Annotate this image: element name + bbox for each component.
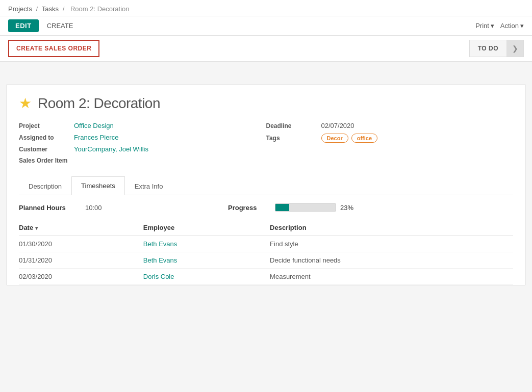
project-label: Project — [19, 122, 70, 129]
assigned-label: Assigned to — [19, 134, 70, 141]
customer-value[interactable]: YourCompany, Joel Willis — [74, 145, 148, 153]
print-button[interactable]: Print ▾ — [475, 22, 494, 30]
breadcrumb-sep-1: / — [36, 5, 40, 13]
progress-label: Progress — [228, 204, 269, 212]
tag-office[interactable]: office — [351, 134, 377, 143]
tab-description[interactable]: Description — [19, 176, 71, 195]
sales-order-label: Sales Order Item — [19, 157, 70, 164]
timesheet-table: Date ▾ Employee Description 01/30/2020Be… — [19, 220, 513, 285]
toolbar-right: Print ▾ Action ▾ — [475, 22, 524, 30]
date-col-label: Date — [19, 224, 33, 231]
field-sales-order: Sales Order Item — [19, 157, 266, 164]
progress-bar-fill — [275, 204, 289, 211]
table-header-row: Date ▾ Employee Description — [19, 220, 513, 236]
fields-right: Deadline 02/07/2020 Tags Decor office — [266, 122, 514, 168]
fields-left: Project Office Design Assigned to France… — [19, 122, 266, 168]
toolbar: EDIT CREATE Print ▾ Action ▾ — [0, 16, 532, 36]
todo-button[interactable]: TO DO — [469, 40, 506, 57]
hours-progress-row: Planned Hours 10:00 Progress 23% — [19, 203, 513, 212]
cell-description: Measurement — [270, 269, 513, 285]
field-assigned: Assigned to Frances Pierce — [19, 134, 266, 141]
cell-description: Find style — [270, 236, 513, 252]
content-spacer — [0, 62, 532, 78]
todo-label: TO DO — [478, 45, 498, 52]
breadcrumb-tasks[interactable]: Tasks — [42, 5, 59, 13]
cell-employee[interactable]: Doris Cole — [143, 269, 270, 285]
field-tags: Tags Decor office — [266, 134, 514, 143]
todo-arrow-icon: ❯ — [512, 44, 518, 53]
tag-decor[interactable]: Decor — [321, 134, 348, 143]
tags-label: Tags — [266, 135, 317, 142]
col-employee: Employee — [143, 220, 270, 236]
table-row: 01/30/2020Beth EvansFind style — [19, 236, 513, 252]
cell-description: Decide functional needs — [270, 252, 513, 269]
tags-container: Decor office — [321, 134, 378, 143]
progress-percentage: 23% — [340, 204, 353, 212]
timesheets-tab-content: Planned Hours 10:00 Progress 23% Date ▾ … — [19, 195, 513, 285]
title-row: ★ Room 2: Decoration — [19, 95, 513, 112]
content-card: ★ Room 2: Decoration Project Office Desi… — [6, 84, 526, 285]
create-sales-order-button[interactable]: CREATE SALES ORDER — [8, 40, 99, 57]
deadline-label: Deadline — [266, 122, 317, 129]
action-label: Action — [500, 22, 519, 30]
field-deadline: Deadline 02/07/2020 — [266, 122, 514, 129]
breadcrumb: Projects / Tasks / Room 2: Decoration — [0, 0, 532, 16]
print-chevron-icon: ▾ — [491, 22, 494, 30]
breadcrumb-projects[interactable]: Projects — [8, 5, 32, 13]
table-row: 02/03/2020Doris ColeMeasurement — [19, 269, 513, 285]
project-value[interactable]: Office Design — [74, 122, 114, 129]
sort-icon: ▾ — [35, 225, 38, 231]
cell-date: 02/03/2020 — [19, 269, 143, 285]
cell-employee[interactable]: Beth Evans — [143, 252, 270, 269]
star-icon[interactable]: ★ — [19, 95, 32, 112]
deadline-value: 02/07/2020 — [321, 122, 354, 129]
cell-date: 01/30/2020 — [19, 236, 143, 252]
assigned-value[interactable]: Frances Pierce — [74, 134, 118, 141]
tab-extra-info[interactable]: Extra Info — [125, 176, 173, 195]
planned-hours-label: Planned Hours — [19, 204, 85, 212]
tabs: Description Timesheets Extra Info — [19, 176, 513, 195]
action-button[interactable]: Action ▾ — [500, 22, 524, 30]
col-date[interactable]: Date ▾ — [19, 220, 143, 236]
planned-hours-value: 10:00 — [85, 204, 126, 212]
action-chevron-icon: ▾ — [520, 22, 524, 30]
col-description: Description — [270, 220, 513, 236]
field-project: Project Office Design — [19, 122, 266, 129]
todo-arrow-button[interactable]: ❯ — [506, 40, 524, 57]
breadcrumb-sep-2: / — [63, 5, 66, 13]
cell-employee[interactable]: Beth Evans — [143, 236, 270, 252]
todo-group: TO DO ❯ — [469, 40, 524, 57]
table-row: 01/31/2020Beth EvansDecide functional ne… — [19, 252, 513, 269]
progress-bar-container — [275, 203, 336, 212]
edit-button[interactable]: EDIT — [8, 19, 39, 32]
cell-date: 01/31/2020 — [19, 252, 143, 269]
table-body: 01/30/2020Beth EvansFind style01/31/2020… — [19, 236, 513, 285]
table-header: Date ▾ Employee Description — [19, 220, 513, 236]
page-title: Room 2: Decoration — [38, 95, 160, 112]
field-customer: Customer YourCompany, Joel Willis — [19, 145, 266, 153]
breadcrumb-current: Room 2: Decoration — [70, 5, 130, 13]
create-button[interactable]: CREATE — [43, 19, 78, 32]
tab-timesheets[interactable]: Timesheets — [71, 176, 125, 195]
smart-bar: CREATE SALES ORDER TO DO ❯ — [0, 36, 532, 62]
customer-label: Customer — [19, 146, 70, 153]
fields-grid: Project Office Design Assigned to France… — [19, 122, 513, 168]
print-label: Print — [475, 22, 489, 30]
